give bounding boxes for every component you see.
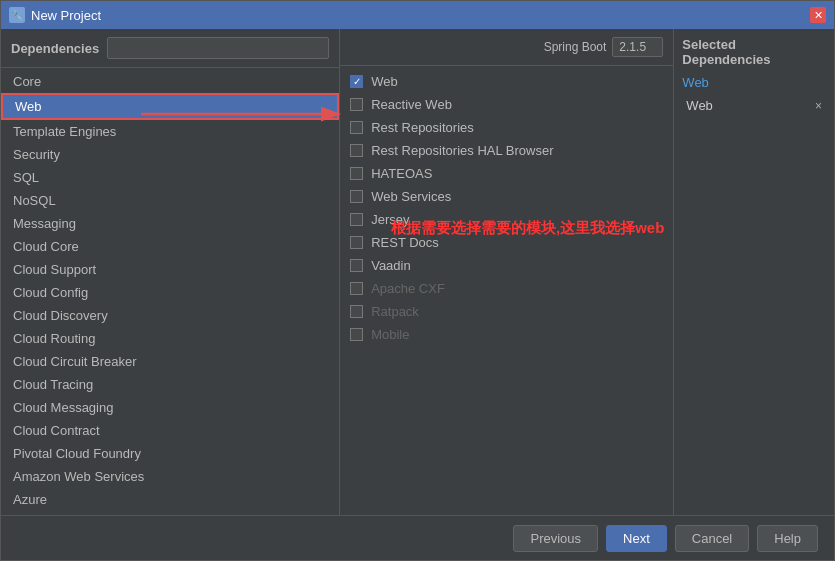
dep-label: Rest Repositories bbox=[371, 120, 474, 135]
previous-button[interactable]: Previous bbox=[513, 525, 598, 552]
dep-item: HATEOAS bbox=[340, 162, 673, 185]
category-item-core[interactable]: Core bbox=[1, 70, 339, 93]
category-item-azure[interactable]: Azure bbox=[1, 488, 339, 511]
selected-deps-title: Selected Dependencies bbox=[682, 37, 826, 67]
window-title: New Project bbox=[31, 8, 101, 23]
dep-item: Reactive Web bbox=[340, 93, 673, 116]
category-item-cloud-core[interactable]: Cloud Core bbox=[1, 235, 339, 258]
dep-item: Web Services bbox=[340, 185, 673, 208]
dep-label: HATEOAS bbox=[371, 166, 432, 181]
dep-checkbox[interactable] bbox=[350, 328, 363, 341]
footer: Previous Next Cancel Help bbox=[1, 515, 834, 560]
dep-checkbox[interactable] bbox=[350, 305, 363, 318]
dep-item: REST Docs bbox=[340, 231, 673, 254]
category-item-template-engines[interactable]: Template Engines bbox=[1, 120, 339, 143]
dep-label: Vaadin bbox=[371, 258, 411, 273]
dep-label: Jersey bbox=[371, 212, 409, 227]
dep-label: Apache CXF bbox=[371, 281, 445, 296]
dep-checkbox[interactable] bbox=[350, 259, 363, 272]
dep-item: Rest Repositories HAL Browser bbox=[340, 139, 673, 162]
dep-item: Web bbox=[340, 70, 673, 93]
category-item-messaging[interactable]: Messaging bbox=[1, 212, 339, 235]
main-window: 🔧 New Project ✕ Dependencies CoreWebTemp… bbox=[0, 0, 835, 561]
middle-panel: Spring Boot 2.1.5 2.2.0 WebReactive WebR… bbox=[340, 29, 674, 515]
spring-boot-bar: Spring Boot 2.1.5 2.2.0 bbox=[340, 29, 673, 66]
dep-item: Ratpack bbox=[340, 300, 673, 323]
dep-list: WebReactive WebRest RepositoriesRest Rep… bbox=[340, 66, 673, 515]
right-panel: Selected Dependencies Web Web× bbox=[674, 29, 834, 515]
selected-group-label: Web bbox=[682, 75, 826, 90]
main-content: Dependencies CoreWebTemplate EnginesSecu… bbox=[1, 29, 834, 515]
dep-checkbox[interactable] bbox=[350, 282, 363, 295]
selected-dep-item: Web× bbox=[682, 96, 826, 115]
dep-item: Mobile bbox=[340, 323, 673, 346]
category-item-amazon-web-services[interactable]: Amazon Web Services bbox=[1, 465, 339, 488]
app-icon: 🔧 bbox=[9, 7, 25, 23]
dep-item: Jersey bbox=[340, 208, 673, 231]
selected-items-list: Web× bbox=[682, 96, 826, 115]
dep-item: Rest Repositories bbox=[340, 116, 673, 139]
deps-header: Dependencies bbox=[1, 29, 339, 68]
dep-checkbox[interactable] bbox=[350, 121, 363, 134]
dep-checkbox[interactable] bbox=[350, 98, 363, 111]
left-panel: Dependencies CoreWebTemplate EnginesSecu… bbox=[1, 29, 340, 515]
category-item-cloud-support[interactable]: Cloud Support bbox=[1, 258, 339, 281]
selected-dep-label: Web bbox=[686, 98, 713, 113]
deps-label: Dependencies bbox=[11, 41, 99, 56]
dep-checkbox[interactable] bbox=[350, 144, 363, 157]
dep-label: REST Docs bbox=[371, 235, 439, 250]
spring-boot-label: Spring Boot bbox=[544, 40, 607, 54]
dep-label: Web bbox=[371, 74, 398, 89]
dep-label: Reactive Web bbox=[371, 97, 452, 112]
category-item-sql[interactable]: SQL bbox=[1, 166, 339, 189]
dep-checkbox[interactable] bbox=[350, 190, 363, 203]
dep-checkbox[interactable] bbox=[350, 167, 363, 180]
category-item-cloud-tracing[interactable]: Cloud Tracing bbox=[1, 373, 339, 396]
dep-checkbox[interactable] bbox=[350, 213, 363, 226]
titlebar: 🔧 New Project ✕ bbox=[1, 1, 834, 29]
remove-dep-button[interactable]: × bbox=[815, 99, 822, 113]
dep-checkbox[interactable] bbox=[350, 236, 363, 249]
dep-item: Vaadin bbox=[340, 254, 673, 277]
dep-label: Ratpack bbox=[371, 304, 419, 319]
category-item-nosql[interactable]: NoSQL bbox=[1, 189, 339, 212]
dep-item: Apache CXF bbox=[340, 277, 673, 300]
category-item-cloud-messaging[interactable]: Cloud Messaging bbox=[1, 396, 339, 419]
category-item-pivotal-cloud-foundry[interactable]: Pivotal Cloud Foundry bbox=[1, 442, 339, 465]
dep-label: Mobile bbox=[371, 327, 409, 342]
help-button[interactable]: Help bbox=[757, 525, 818, 552]
search-input[interactable] bbox=[107, 37, 329, 59]
category-item-cloud-config[interactable]: Cloud Config bbox=[1, 281, 339, 304]
category-item-cloud-routing[interactable]: Cloud Routing bbox=[1, 327, 339, 350]
category-item-web[interactable]: Web bbox=[1, 93, 339, 120]
dep-label: Web Services bbox=[371, 189, 451, 204]
category-item-security[interactable]: Security bbox=[1, 143, 339, 166]
category-item-cloud-contract[interactable]: Cloud Contract bbox=[1, 419, 339, 442]
spring-boot-version-select[interactable]: 2.1.5 2.2.0 bbox=[612, 37, 663, 57]
dep-checkbox[interactable] bbox=[350, 75, 363, 88]
close-button[interactable]: ✕ bbox=[810, 7, 826, 23]
category-list: CoreWebTemplate EnginesSecuritySQLNoSQLM… bbox=[1, 68, 339, 515]
next-button[interactable]: Next bbox=[606, 525, 667, 552]
category-item-cloud-circuit-breaker[interactable]: Cloud Circuit Breaker bbox=[1, 350, 339, 373]
category-item-cloud-discovery[interactable]: Cloud Discovery bbox=[1, 304, 339, 327]
dep-label: Rest Repositories HAL Browser bbox=[371, 143, 553, 158]
cancel-button[interactable]: Cancel bbox=[675, 525, 749, 552]
